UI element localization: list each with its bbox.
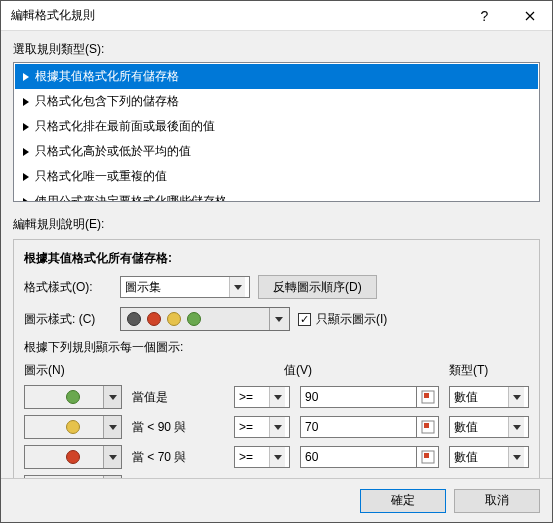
dialog-window: 編輯格式化規則 ? 選取規則類型(S): 根據其值格式化所有儲存格 只格式化包含… bbox=[0, 0, 553, 523]
svg-rect-3 bbox=[424, 423, 429, 428]
help-button[interactable]: ? bbox=[462, 1, 507, 31]
circle-green-icon bbox=[187, 312, 201, 326]
range-icon bbox=[421, 420, 435, 434]
range-icon bbox=[421, 450, 435, 464]
dialog-content: 選取規則類型(S): 根據其值格式化所有儲存格 只格式化包含下列的儲存格 只格式… bbox=[1, 31, 552, 478]
show-icon-only-checkbox[interactable]: 只顯示圖示(I) bbox=[298, 311, 387, 328]
chevron-down-icon bbox=[103, 446, 121, 468]
rule-type-item[interactable]: 使用公式來決定要格式化哪些儲存格 bbox=[15, 189, 538, 202]
chevron-down-icon bbox=[508, 417, 524, 437]
triangle-icon bbox=[23, 198, 29, 203]
type-combo[interactable]: 數值 bbox=[449, 386, 529, 408]
type-combo[interactable]: 數值 bbox=[449, 416, 529, 438]
icon-selector[interactable] bbox=[24, 385, 122, 409]
chevron-down-icon bbox=[103, 416, 121, 438]
chevron-down-icon bbox=[269, 417, 285, 437]
value-input[interactable]: 90 bbox=[300, 386, 417, 408]
svg-rect-1 bbox=[424, 393, 429, 398]
rule-row: 當 < 70 與 >= 60 數值 bbox=[24, 445, 529, 469]
group-heading: 根據其值格式化所有儲存格: bbox=[24, 250, 529, 267]
triangle-icon bbox=[23, 73, 29, 81]
chevron-down-icon bbox=[229, 277, 245, 297]
icon-selector[interactable] bbox=[24, 475, 122, 478]
chevron-down-icon bbox=[508, 387, 524, 407]
type-combo[interactable]: 數值 bbox=[449, 446, 529, 468]
icon-style-label: 圖示樣式: (C) bbox=[24, 311, 112, 328]
close-icon bbox=[525, 11, 535, 21]
circle-grey-icon bbox=[127, 312, 141, 326]
rule-type-item[interactable]: 只格式化高於或低於平均的值 bbox=[15, 139, 538, 164]
value-input[interactable]: 70 bbox=[300, 416, 417, 438]
circle-yellow-icon bbox=[167, 312, 181, 326]
hdr-value: 值(V) bbox=[284, 362, 439, 379]
circle-yellow-icon bbox=[66, 420, 80, 434]
format-style-combo[interactable]: 圖示集 bbox=[120, 276, 250, 298]
rule-desc-label: 編輯規則說明(E): bbox=[13, 216, 540, 233]
triangle-icon bbox=[23, 173, 29, 181]
icon-selector[interactable] bbox=[24, 445, 122, 469]
rule-type-list[interactable]: 根據其值格式化所有儲存格 只格式化包含下列的儲存格 只格式化排在最前面或最後面的… bbox=[13, 62, 540, 202]
rule-desc-group: 根據其值格式化所有儲存格: 格式樣式(O): 圖示集 反轉圖示順序(D) 圖示樣… bbox=[13, 239, 540, 478]
rule-row: 當 < 60 bbox=[24, 475, 529, 478]
chevron-down-icon bbox=[103, 476, 121, 478]
reverse-icon-order-button[interactable]: 反轉圖示順序(D) bbox=[258, 275, 377, 299]
close-button[interactable] bbox=[507, 1, 552, 31]
operator-combo[interactable]: >= bbox=[234, 416, 290, 438]
triangle-icon bbox=[23, 123, 29, 131]
circle-red-icon bbox=[66, 450, 80, 464]
hdr-icon: 圖示(N) bbox=[24, 362, 122, 379]
circle-red-icon bbox=[147, 312, 161, 326]
value-input[interactable]: 60 bbox=[300, 446, 417, 468]
range-selector-button[interactable] bbox=[417, 386, 439, 408]
range-selector-button[interactable] bbox=[417, 416, 439, 438]
triangle-icon bbox=[23, 98, 29, 106]
range-icon bbox=[421, 390, 435, 404]
rule-type-item[interactable]: 根據其值格式化所有儲存格 bbox=[15, 64, 538, 89]
chevron-down-icon bbox=[269, 308, 287, 330]
dialog-footer: 確定 取消 bbox=[1, 478, 552, 522]
when-label: 當 < 90 與 bbox=[132, 419, 224, 436]
rule-type-label: 選取規則類型(S): bbox=[13, 41, 540, 58]
rule-type-item[interactable]: 只格式化排在最前面或最後面的值 bbox=[15, 114, 538, 139]
range-selector-button[interactable] bbox=[417, 446, 439, 468]
hdr-type: 類型(T) bbox=[449, 362, 529, 379]
rule-row: 當 < 90 與 >= 70 數值 bbox=[24, 415, 529, 439]
ok-button[interactable]: 確定 bbox=[360, 489, 446, 513]
chevron-down-icon bbox=[508, 447, 524, 467]
chevron-down-icon bbox=[103, 386, 121, 408]
rule-row: 當值是 >= 90 數值 bbox=[24, 385, 529, 409]
svg-rect-5 bbox=[424, 453, 429, 458]
icon-style-combo[interactable] bbox=[120, 307, 290, 331]
circle-green-icon bbox=[66, 390, 80, 404]
rule-type-item[interactable]: 只格式化包含下列的儲存格 bbox=[15, 89, 538, 114]
cancel-button[interactable]: 取消 bbox=[454, 489, 540, 513]
window-title: 編輯格式化規則 bbox=[11, 7, 462, 24]
when-label: 當 < 70 與 bbox=[132, 449, 224, 466]
subheading: 根據下列規則顯示每一個圖示: bbox=[24, 339, 529, 356]
chevron-down-icon bbox=[269, 387, 285, 407]
titlebar: 編輯格式化規則 ? bbox=[1, 1, 552, 31]
icon-selector[interactable] bbox=[24, 415, 122, 439]
when-label: 當值是 bbox=[132, 389, 224, 406]
triangle-icon bbox=[23, 148, 29, 156]
operator-combo[interactable]: >= bbox=[234, 386, 290, 408]
chevron-down-icon bbox=[269, 447, 285, 467]
operator-combo[interactable]: >= bbox=[234, 446, 290, 468]
checkbox-icon bbox=[298, 313, 311, 326]
rules-header: 圖示(N) 值(V) 類型(T) bbox=[24, 362, 529, 379]
rule-type-item[interactable]: 只格式化唯一或重複的值 bbox=[15, 164, 538, 189]
format-style-label: 格式樣式(O): bbox=[24, 279, 112, 296]
